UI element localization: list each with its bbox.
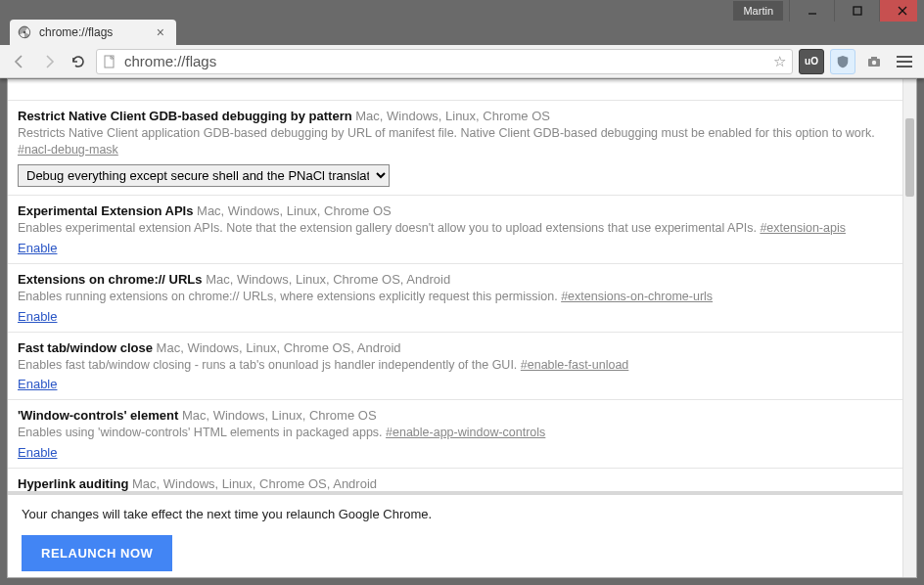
truncated-flag-action: Enable (8, 79, 902, 101)
flag-item: 'Window-controls' element Mac, Windows, … (8, 400, 902, 469)
flag-title-line: 'Window-controls' element Mac, Windows, … (18, 408, 893, 423)
bookmark-star-icon[interactable]: ☆ (773, 53, 786, 70)
flag-description: Enables using 'window-controls' HTML ele… (18, 425, 893, 441)
flag-item: Restrict Native Client GDB-based debuggi… (8, 101, 902, 196)
window-controls: Martin (733, 0, 924, 22)
svg-rect-8 (871, 57, 877, 60)
flag-description: Enables experimental extension APIs. Not… (18, 220, 893, 237)
flag-title-line: Hyperlink auditing Mac, Windows, Linux, … (18, 476, 893, 491)
flag-title: Extensions on chrome:// URLs (18, 272, 203, 287)
svg-rect-1 (854, 7, 861, 15)
flag-platforms: Mac, Windows, Linux, Chrome OS, Android (132, 476, 377, 491)
flag-platforms: Mac, Windows, Linux, Chrome OS, Android (206, 272, 450, 287)
flag-anchor-link[interactable]: #enable-app-window-controls (386, 426, 545, 439)
flag-platforms: Mac, Windows, Linux, Chrome OS (355, 109, 550, 123)
window-titlebar: Martin (0, 0, 924, 16)
relaunch-bar: Your changes will take effect the next t… (8, 491, 902, 577)
page-viewport: Enable Restrict Native Client GDB-based … (7, 78, 917, 578)
browser-toolbar: ☆ uO (0, 45, 924, 78)
flag-item: Extensions on chrome:// URLs Mac, Window… (8, 264, 902, 333)
flag-enable-link[interactable]: Enable (18, 241, 57, 255)
flag-title: Hyperlink auditing (18, 476, 128, 491)
flag-anchor-link[interactable]: #nacl-debug-mask (18, 143, 118, 157)
close-window-button[interactable] (879, 0, 924, 22)
tab-title: chrome://flags (39, 25, 113, 39)
address-bar[interactable]: ☆ (96, 49, 793, 74)
flag-enable-link[interactable]: Enable (18, 445, 57, 460)
svg-point-9 (872, 60, 876, 64)
flag-platforms: Mac, Windows, Linux, Chrome OS, Android (157, 340, 401, 355)
flag-title-line: Fast tab/window close Mac, Windows, Linu… (18, 340, 893, 355)
url-input[interactable] (122, 52, 767, 70)
flag-title: 'Window-controls' element (18, 408, 178, 423)
shield-extension-button[interactable] (830, 49, 855, 74)
flag-title-line: Extensions on chrome:// URLs Mac, Window… (18, 272, 893, 287)
vertical-scrollbar[interactable] (902, 79, 916, 577)
hamburger-menu-icon[interactable] (893, 56, 916, 68)
relaunch-message: Your changes will take effect the next t… (22, 507, 889, 521)
ublock-extension-button[interactable]: uO (799, 49, 824, 74)
flag-item: Hyperlink auditing Mac, Windows, Linux, … (8, 469, 902, 491)
flags-scroll-area: Enable Restrict Native Client GDB-based … (8, 79, 902, 491)
flag-title: Fast tab/window close (18, 340, 153, 355)
flag-platforms: Mac, Windows, Linux, Chrome OS (197, 203, 392, 218)
forward-button[interactable] (37, 50, 61, 73)
back-button[interactable] (8, 50, 31, 73)
flag-select[interactable]: Debug everything except secure shell and… (18, 164, 390, 187)
profile-badge[interactable]: Martin (733, 1, 783, 21)
flag-anchor-link[interactable]: #extensions-on-chrome-urls (561, 290, 713, 303)
flag-item: Fast tab/window close Mac, Windows, Linu… (8, 333, 902, 401)
flag-anchor-link[interactable]: #extension-apis (760, 221, 846, 235)
flag-description: Enables running extensions on chrome:// … (18, 289, 893, 305)
flag-item: Experimental Extension APIs Mac, Windows… (8, 196, 902, 264)
flag-description: Enables fast tab/window closing - runs a… (18, 357, 893, 374)
flag-anchor-link[interactable]: #enable-fast-unload (521, 358, 629, 372)
flag-title-line: Restrict Native Client GDB-based debuggi… (18, 109, 893, 123)
flag-title: Experimental Extension APIs (18, 203, 193, 218)
scrollbar-thumb[interactable] (905, 118, 914, 197)
close-tab-icon[interactable]: × (157, 24, 164, 40)
flag-platforms: Mac, Windows, Linux, Chrome OS (182, 408, 377, 423)
radiation-icon (18, 25, 31, 39)
flag-title: Restrict Native Client GDB-based debuggi… (18, 109, 352, 123)
relaunch-now-button[interactable]: RELAUNCH NOW (22, 535, 172, 571)
maximize-button[interactable] (834, 0, 879, 22)
flag-title-line: Experimental Extension APIs Mac, Windows… (18, 203, 893, 218)
flag-description: Restricts Native Client application GDB-… (18, 125, 893, 158)
page-icon (103, 55, 116, 68)
flag-enable-link[interactable]: Enable (18, 309, 57, 324)
flag-enable-link[interactable]: Enable (18, 377, 57, 391)
reload-button[interactable] (67, 50, 90, 73)
minimize-button[interactable] (789, 0, 834, 22)
browser-tab[interactable]: chrome://flags × (10, 20, 176, 45)
camera-extension-button[interactable] (861, 49, 887, 74)
